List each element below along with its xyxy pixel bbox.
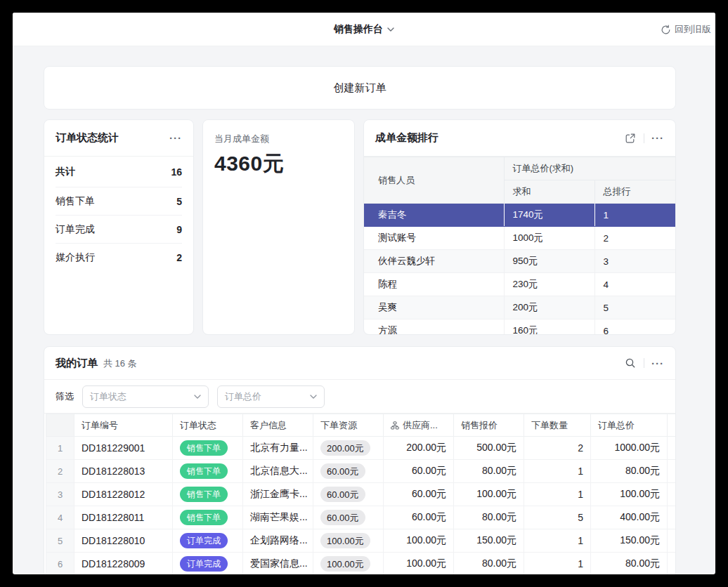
quote-cell: 500.00元 xyxy=(454,437,524,460)
status-stat-value: 16 xyxy=(171,166,182,178)
filter-order-total-select[interactable]: 订单总价 xyxy=(217,385,325,408)
ranking-row[interactable]: 伙伴云魏少轩950元3 xyxy=(364,250,675,273)
order-row[interactable]: 1DD181229001销售下单北京有力量...200.00元200.00元50… xyxy=(46,437,676,460)
icon-divider xyxy=(644,358,644,368)
order-status-cell: 销售下单 xyxy=(173,483,243,506)
row-index-cell: 2 xyxy=(46,460,74,483)
my-orders-card: 我的订单 共 16 条 ··· 筛选 订单状态 订单总价 xyxy=(44,346,676,574)
back-to-old-version-button[interactable]: 回到旧版 xyxy=(661,13,711,46)
filter-order-status-select[interactable]: 订单状态 xyxy=(82,385,209,408)
supplier-cell: 100.00元 xyxy=(384,529,454,553)
resource-pill: 60.00元 xyxy=(320,510,365,525)
workspace-switcher[interactable]: 销售操作台 xyxy=(334,23,394,36)
total-cell: 1000.00元 xyxy=(591,437,668,460)
ranking-person-header[interactable]: 销售人员 xyxy=(364,157,504,204)
ranking-person-cell: 陈程 xyxy=(364,273,504,296)
order-no-cell: DD181228009 xyxy=(74,553,173,575)
filter-order-status-placeholder: 订单状态 xyxy=(90,390,126,403)
status-stat-label: 媒介执行 xyxy=(56,251,95,264)
ranking-row[interactable]: 吴爽200元5 xyxy=(364,296,675,319)
order-no-cell: DD181228011 xyxy=(74,506,173,529)
status-stat-label: 订单完成 xyxy=(56,223,95,236)
order-status-cell: 订单完成 xyxy=(173,553,243,575)
open-external-icon[interactable] xyxy=(624,131,637,145)
ranking-row[interactable]: 方源160元6 xyxy=(364,319,675,336)
ranking-sum-cell: 160元 xyxy=(504,319,594,336)
status-stat-label: 销售下单 xyxy=(56,195,95,208)
supplier-header-label: 供应商... xyxy=(403,419,438,432)
order-status-header[interactable]: 订单状态 xyxy=(173,414,243,437)
status-stat-row: 订单完成9 xyxy=(56,216,182,244)
qty-cell: 5 xyxy=(524,506,591,529)
ranking-sum-cell: 1740元 xyxy=(504,204,594,227)
ranking-person-cell: 秦吉冬 xyxy=(364,204,504,227)
supplier-header[interactable]: 供应商... xyxy=(384,414,454,437)
quote-cell: 100.00元 xyxy=(454,483,524,506)
more-icon[interactable]: ··· xyxy=(651,356,664,370)
chevron-down-icon xyxy=(310,395,317,399)
ranking-sum-cell: 230元 xyxy=(504,273,594,296)
status-stat-list: 共计16销售下单5订单完成9媒介执行2 xyxy=(44,157,193,272)
ranking-group-header[interactable]: 订单总价(求和) xyxy=(504,157,675,180)
resource-header[interactable]: 下单资源 xyxy=(313,414,384,437)
qty-cell: 1 xyxy=(524,553,591,575)
filter-order-total-placeholder: 订单总价 xyxy=(225,390,261,403)
status-stat-row: 共计16 xyxy=(56,157,182,187)
amount-ranking-card: 成单金额排行 ··· 销售人员 订单总价(求和) 求和 总排行 xyxy=(363,119,676,335)
order-row[interactable]: 2DD181228013销售下单北京信息大...60.00元60.00元80.0… xyxy=(46,460,676,483)
order-no-header[interactable]: 订单编号 xyxy=(74,414,173,437)
status-pill: 销售下单 xyxy=(180,510,228,525)
status-stat-label: 共计 xyxy=(56,166,75,178)
resource-cell: 60.00元 xyxy=(313,483,384,506)
ranking-sum-cell: 950元 xyxy=(504,250,594,273)
order-status-cell: 销售下单 xyxy=(173,506,243,529)
row-index-cell: 3 xyxy=(46,483,74,506)
ranking-person-cell: 测试账号 xyxy=(364,227,504,250)
orders-card-title: 我的订单 xyxy=(56,357,98,370)
quote-header[interactable]: 销售报价 xyxy=(454,414,524,437)
qty-header[interactable]: 下单数量 xyxy=(524,414,591,437)
spacer-cell xyxy=(668,506,676,529)
more-icon[interactable]: ··· xyxy=(651,131,664,145)
resource-cell: 100.00元 xyxy=(313,529,384,553)
total-cell: 80.00元 xyxy=(591,553,668,575)
total-header[interactable]: 订单总价 xyxy=(591,414,668,437)
ranking-rank-cell: 2 xyxy=(594,227,675,250)
more-icon[interactable]: ··· xyxy=(169,131,182,145)
ranking-row[interactable]: 陈程230元4 xyxy=(364,273,675,296)
ranking-rank-cell: 5 xyxy=(594,296,675,319)
ranking-rank-header[interactable]: 总排行 xyxy=(594,180,675,204)
status-stat-value: 9 xyxy=(176,224,182,235)
status-stat-row: 销售下单5 xyxy=(56,187,182,216)
order-row[interactable]: 3DD181228012销售下单浙江金鹰卡...60.00元60.00元100.… xyxy=(46,483,676,506)
resource-pill: 60.00元 xyxy=(320,487,365,502)
ranking-sum-cell: 1000元 xyxy=(504,227,594,250)
customer-header[interactable]: 客户信息 xyxy=(243,414,313,437)
order-no-cell: DD181228013 xyxy=(74,460,173,483)
customer-cell: 北京有力量... xyxy=(243,437,313,460)
customer-cell: 企划路网络... xyxy=(243,529,313,553)
ranking-row[interactable]: 测试账号1000元2 xyxy=(364,227,675,250)
search-icon[interactable] xyxy=(624,356,637,370)
supplier-cell: 60.00元 xyxy=(384,506,454,529)
resource-pill: 100.00元 xyxy=(320,556,370,572)
total-cell: 80.00元 xyxy=(591,460,668,483)
order-no-cell: DD181229001 xyxy=(74,437,173,460)
total-cell: 150.00元 xyxy=(591,529,668,553)
status-stat-value: 2 xyxy=(176,252,182,263)
create-order-label: 创建新订单 xyxy=(334,81,386,95)
order-row[interactable]: 6DD181228009订单完成爱国家信息...100.00元100.00元80… xyxy=(46,553,676,575)
supplier-cell: 60.00元 xyxy=(384,483,454,506)
total-cell: 400.00元 xyxy=(591,506,668,529)
ranking-sum-cell: 200元 xyxy=(504,296,594,319)
order-row[interactable]: 5DD181228010订单完成企划路网络...100.00元100.00元15… xyxy=(46,529,676,553)
order-no-cell: DD181228012 xyxy=(74,483,173,506)
status-pill: 订单完成 xyxy=(180,533,228,548)
ranking-sum-header[interactable]: 求和 xyxy=(504,180,594,204)
ranking-row[interactable]: 秦吉冬1740元1 xyxy=(364,204,675,227)
resource-cell: 200.00元 xyxy=(313,437,384,460)
ranking-table: 销售人员 订单总价(求和) 求和 总排行 秦吉冬1740元1测试账号1000元2… xyxy=(364,157,675,335)
create-order-button[interactable]: 创建新订单 xyxy=(44,66,676,110)
orders-table: 订单编号 订单状态 客户信息 下单资源 供应商... 销售报价 下单数量 xyxy=(46,414,676,574)
order-row[interactable]: 4DD181228011销售下单湖南芒果娱...60.00元60.00元80.0… xyxy=(46,506,676,529)
